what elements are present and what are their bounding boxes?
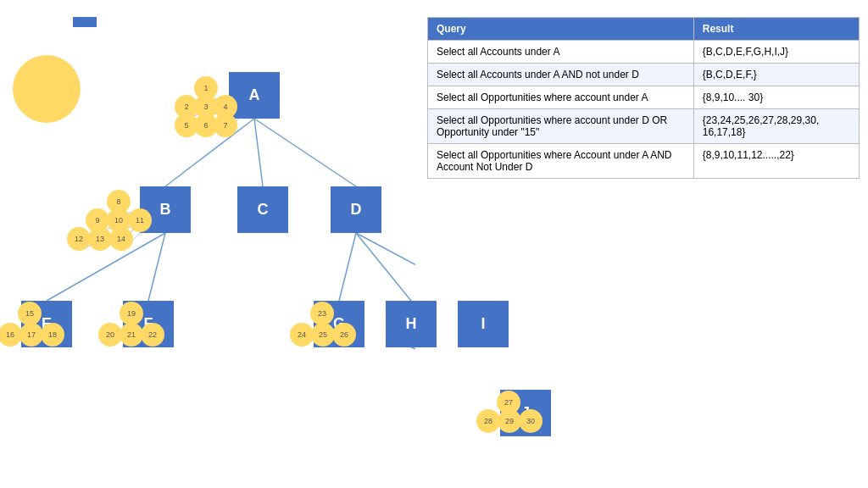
query-cell-3: Select all Opportunities where account u… — [428, 109, 694, 144]
result-cell-4: {8,9,10,11,12.....,22} — [693, 144, 859, 179]
opp-node-30: 30 — [519, 409, 542, 433]
result-cell-2: {8,9,10.... 30} — [693, 86, 859, 109]
opp-node-26: 26 — [332, 323, 356, 347]
opp-node-22: 22 — [141, 323, 164, 347]
query-cell-4: Select all Opportunities where Account u… — [428, 144, 694, 179]
opp-node-14: 14 — [109, 227, 133, 251]
svg-line-6 — [356, 233, 411, 301]
opp-node-21: 21 — [120, 323, 143, 347]
opp-node-23: 23 — [310, 302, 334, 325]
legend-account — [73, 17, 97, 27]
col-header-query: Query — [428, 18, 694, 41]
opp-node-24: 24 — [290, 323, 314, 347]
opp-node-13: 13 — [88, 227, 112, 251]
query-cell-2: Select all Opportunities where account u… — [428, 86, 694, 109]
account-node-A: A — [229, 72, 280, 119]
col-header-result: Result — [693, 18, 859, 41]
account-node-H: H — [386, 301, 437, 347]
opp-node-7: 7 — [214, 114, 237, 137]
opp-node-18: 18 — [41, 323, 64, 347]
svg-line-8 — [411, 347, 415, 390]
svg-line-4 — [148, 233, 165, 301]
opp-node-29: 29 — [498, 409, 521, 433]
table-row: Select all Opportunities where Account u… — [428, 144, 860, 179]
account-node-C: C — [237, 186, 288, 233]
table-row: Select all Opportunities where account u… — [428, 109, 860, 144]
opp-node-19: 19 — [120, 302, 143, 325]
query-cell-0: Select all Accounts under A — [428, 41, 694, 64]
opp-node-20: 20 — [98, 323, 122, 347]
opp-node-17: 17 — [19, 323, 43, 347]
query-table: Query Result Select all Accounts under A… — [427, 17, 860, 179]
query-table-container: Query Result Select all Accounts under A… — [427, 17, 860, 179]
table-row: Select all Accounts under A{B,C,D,E,F,G,… — [428, 41, 860, 64]
result-cell-3: {23,24,25,26,27,28,29,30, 16,17,18} — [693, 109, 859, 144]
opp-node-11: 11 — [128, 208, 152, 232]
account-node-I: I — [458, 301, 509, 347]
legend-opportunity — [13, 55, 81, 123]
svg-line-2 — [254, 119, 356, 186]
account-node-D: D — [331, 186, 381, 233]
svg-line-5 — [339, 233, 356, 301]
result-cell-0: {B,C,D,E,F,G,H,I,J} — [693, 41, 859, 64]
svg-line-1 — [254, 119, 263, 186]
query-cell-1: Select all Accounts under A AND not unde… — [428, 64, 694, 86]
opp-node-25: 25 — [311, 323, 335, 347]
opp-node-15: 15 — [18, 302, 42, 325]
opp-node-12: 12 — [67, 227, 91, 251]
table-row: Select all Opportunities where account u… — [428, 86, 860, 109]
result-cell-1: {B,C,D,E,F,} — [693, 64, 859, 86]
opp-node-28: 28 — [476, 409, 500, 433]
table-row: Select all Accounts under A AND not unde… — [428, 64, 860, 86]
svg-line-7 — [356, 233, 415, 301]
